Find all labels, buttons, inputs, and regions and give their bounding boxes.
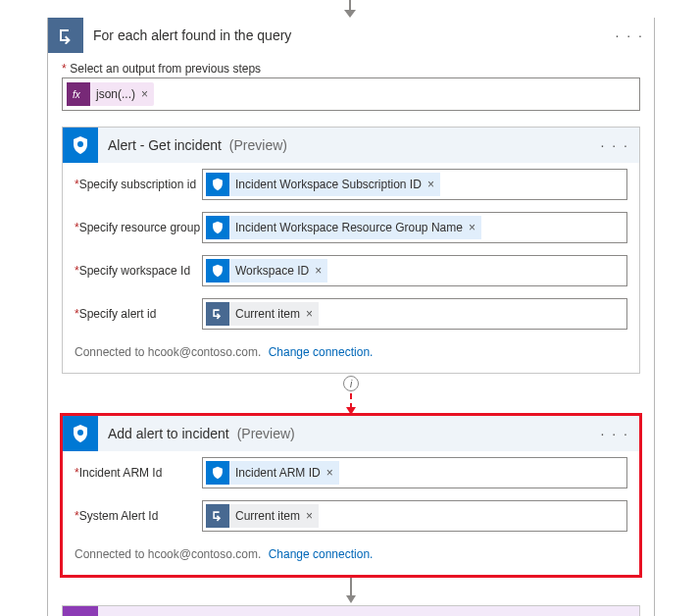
svg-point-3 — [77, 141, 83, 147]
select-output-label: Select an output from previous steps — [70, 62, 261, 76]
foreach-icon — [206, 504, 229, 528]
remove-pill-icon[interactable]: × — [306, 307, 313, 321]
sentinel-icon — [63, 128, 98, 163]
foreach-title: For each alert found in the query — [93, 27, 616, 43]
svg-point-4 — [77, 430, 83, 436]
foreach-icon — [48, 18, 83, 53]
incident-arm-pill[interactable]: Incident ARM ID × — [206, 461, 339, 485]
currentitem-pill[interactable]: Current item × — [206, 302, 319, 326]
change-connection-link[interactable]: Change connection. — [269, 547, 374, 561]
subscription-pill[interactable]: Incident Workspace Subscription ID × — [206, 173, 440, 196]
get-incident-card: Alert - Get incident (Preview) · · · Spe… — [62, 127, 640, 374]
fx-icon: fx — [67, 82, 90, 106]
remove-pill-icon[interactable]: × — [427, 178, 434, 191]
subscription-field[interactable]: Incident Workspace Subscription ID × — [202, 169, 627, 200]
menu-icon[interactable]: · · · — [601, 426, 629, 441]
alertid-label: Specify alert id — [75, 307, 202, 321]
add-alert-card: Add alert to incident (Preview) · · · In… — [62, 415, 640, 576]
menu-icon[interactable]: · · · — [616, 27, 644, 43]
resourcegroup-label: Specify resource group — [75, 221, 202, 234]
menu-icon[interactable]: · · · — [601, 137, 629, 153]
required-star: * — [62, 62, 67, 76]
currentitem-pill[interactable]: Current item × — [206, 504, 319, 528]
sentinel-icon — [206, 173, 229, 196]
connector — [48, 576, 654, 605]
get-incident-header[interactable]: Alert - Get incident (Preview) · · · — [63, 128, 639, 163]
sentinel-icon — [206, 259, 229, 282]
info-icon[interactable]: i — [343, 376, 359, 391]
arrow-down-icon — [346, 595, 356, 603]
change-connection-link[interactable]: Change connection. — [269, 345, 374, 359]
svg-marker-1 — [344, 10, 356, 18]
subscription-label: Specify subscription id — [75, 178, 202, 191]
remove-pill-icon[interactable]: × — [326, 466, 333, 480]
sentinel-icon — [206, 461, 229, 485]
workspace-field[interactable]: Workspace ID × — [202, 255, 627, 286]
select-output-section: * Select an output from previous steps f… — [48, 53, 654, 115]
remove-pill-icon[interactable]: × — [141, 87, 148, 101]
system-alert-label: System Alert Id — [75, 509, 202, 523]
system-alert-field[interactable]: Current item × — [202, 500, 627, 532]
add-alert-header[interactable]: Add alert to incident (Preview) · · · — [63, 416, 639, 451]
sentinel-icon — [63, 416, 98, 451]
json-expression-text: json(...) — [96, 87, 135, 101]
variable-icon: {x} — [63, 606, 98, 616]
foreach-container: For each alert found in the query · · · … — [47, 18, 655, 616]
select-output-field[interactable]: fx json(...) × — [62, 77, 640, 111]
incident-arm-label: Incident ARM Id — [75, 466, 202, 480]
foreach-header[interactable]: For each alert found in the query · · · — [48, 18, 654, 53]
alertid-field[interactable]: Current item × — [202, 298, 627, 330]
arrow-down-icon — [340, 0, 360, 18]
resourcegroup-pill[interactable]: Incident Workspace Resource Group Name × — [206, 216, 481, 239]
workspace-pill[interactable]: Workspace ID × — [206, 259, 327, 282]
json-expression-pill[interactable]: fx json(...) × — [67, 82, 154, 106]
remove-pill-icon[interactable]: × — [469, 221, 475, 234]
append-variable-header[interactable]: {x} Append the Id of the added alert int… — [63, 606, 639, 616]
foreach-icon — [206, 302, 229, 326]
workspace-label: Specify workspace Id — [75, 264, 202, 278]
connection-info: Connected to hcook@contoso.com. Change c… — [63, 538, 639, 575]
sentinel-icon — [206, 216, 229, 239]
resourcegroup-field[interactable]: Incident Workspace Resource Group Name × — [202, 212, 627, 243]
connector: i — [48, 374, 654, 415]
incident-arm-field[interactable]: Incident ARM ID × — [202, 457, 627, 488]
add-alert-title: Add alert to incident (Preview) — [108, 426, 601, 441]
remove-pill-icon[interactable]: × — [306, 509, 313, 523]
remove-pill-icon[interactable]: × — [315, 264, 322, 278]
append-variable-card: {x} Append the Id of the added alert int… — [62, 605, 640, 616]
svg-text:fx: fx — [73, 89, 81, 100]
connection-info: Connected to hcook@contoso.com. Change c… — [63, 335, 639, 373]
get-incident-title: Alert - Get incident (Preview) — [108, 137, 601, 153]
arrow-down-icon — [346, 407, 356, 415]
